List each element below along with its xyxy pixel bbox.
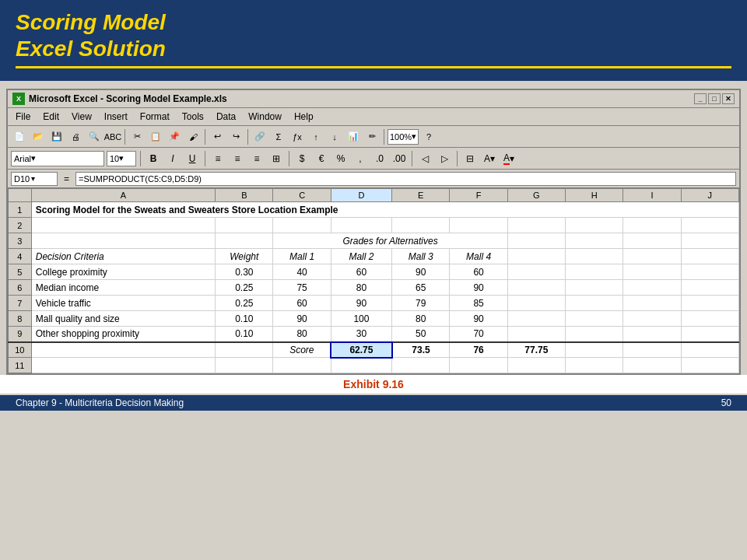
indent-increase-button[interactable]: ▷ xyxy=(436,150,453,167)
cell-D10-score[interactable]: 62.75 xyxy=(331,342,391,358)
cell-C3-grades[interactable]: Grades for Alternatives xyxy=(273,233,507,249)
cell-J8[interactable] xyxy=(681,311,738,327)
cell-D7[interactable]: 90 xyxy=(331,296,391,311)
cell-F9[interactable]: 70 xyxy=(450,327,507,342)
undo-button[interactable]: ↩ xyxy=(209,128,226,145)
cell-F6[interactable]: 90 xyxy=(450,280,507,296)
new-button[interactable]: 📄 xyxy=(11,128,28,145)
cell-C5[interactable]: 40 xyxy=(273,264,331,280)
paste-button[interactable]: 📌 xyxy=(166,128,183,145)
cell-F8[interactable]: 90 xyxy=(450,311,507,327)
cell-D5[interactable]: 60 xyxy=(331,264,391,280)
cell-C11[interactable] xyxy=(273,358,331,373)
cell-C7[interactable]: 60 xyxy=(273,296,331,311)
cell-I3[interactable] xyxy=(623,233,681,249)
cell-A10[interactable] xyxy=(31,342,215,358)
col-header-C[interactable]: C xyxy=(273,189,331,202)
cell-E6[interactable]: 65 xyxy=(392,280,450,296)
cell-J10[interactable] xyxy=(681,342,738,358)
menu-help[interactable]: Help xyxy=(289,110,318,124)
help-button[interactable]: ? xyxy=(420,128,437,145)
cell-D8[interactable]: 100 xyxy=(331,311,391,327)
cell-G3[interactable] xyxy=(507,233,565,249)
align-right-button[interactable]: ≡ xyxy=(248,150,265,167)
cell-C4[interactable]: Mall 1 xyxy=(273,249,331,264)
cell-H8[interactable] xyxy=(566,311,623,327)
minimize-button[interactable]: _ xyxy=(694,93,707,104)
cell-I8[interactable] xyxy=(623,311,681,327)
cell-H2[interactable] xyxy=(566,218,623,233)
cell-I5[interactable] xyxy=(623,264,681,280)
font-selector[interactable]: Arial▾ xyxy=(11,151,104,166)
cell-G2[interactable] xyxy=(507,218,565,233)
menu-format[interactable]: Format xyxy=(135,110,174,124)
cell-F7[interactable]: 85 xyxy=(450,296,507,311)
cell-I7[interactable] xyxy=(623,296,681,311)
cell-A2[interactable] xyxy=(31,218,215,233)
cell-A1[interactable]: Scoring Model for the Sweats and Sweater… xyxy=(31,202,738,218)
cell-E8[interactable]: 80 xyxy=(392,311,450,327)
cell-G9[interactable] xyxy=(507,327,565,342)
cell-J9[interactable] xyxy=(681,327,738,342)
cell-J11[interactable] xyxy=(681,358,738,373)
fill-color-button[interactable]: A▾ xyxy=(481,150,498,167)
draw-button[interactable]: ✏ xyxy=(363,128,381,145)
close-button[interactable]: ✕ xyxy=(722,93,735,104)
bold-button[interactable]: B xyxy=(145,150,162,167)
cell-B8[interactable]: 0.10 xyxy=(216,311,273,327)
cell-B5[interactable]: 0.30 xyxy=(216,264,273,280)
italic-button[interactable]: I xyxy=(164,150,181,167)
sort-desc-button[interactable]: ↓ xyxy=(326,128,343,145)
cell-A9[interactable]: Other shopping proximity xyxy=(31,327,215,342)
cell-J6[interactable] xyxy=(681,280,738,296)
menu-file[interactable]: File xyxy=(11,110,35,124)
menu-tools[interactable]: Tools xyxy=(177,110,209,124)
font-color-button[interactable]: A▾ xyxy=(500,150,517,167)
cell-B10[interactable] xyxy=(216,342,273,358)
autosum-button[interactable]: Σ xyxy=(270,128,287,145)
cell-G5[interactable] xyxy=(507,264,565,280)
cell-I4[interactable] xyxy=(623,249,681,264)
copy-button[interactable]: 📋 xyxy=(147,128,164,145)
cell-F10-score[interactable]: 76 xyxy=(450,342,507,358)
cell-reference-box[interactable]: D10 ▾ xyxy=(11,172,58,186)
currency-button[interactable]: $ xyxy=(293,150,310,167)
align-center-button[interactable]: ≡ xyxy=(229,150,246,167)
chart-button[interactable]: 📊 xyxy=(345,128,362,145)
cell-J4[interactable] xyxy=(681,249,738,264)
menu-data[interactable]: Data xyxy=(212,110,240,124)
cell-C9[interactable]: 80 xyxy=(273,327,331,342)
zoom-dropdown[interactable]: 100%▾ xyxy=(388,129,419,145)
cell-A5[interactable]: College proximity xyxy=(31,264,215,280)
cut-button[interactable]: ✂ xyxy=(128,128,146,145)
cell-J3[interactable] xyxy=(681,233,738,249)
menu-view[interactable]: View xyxy=(67,110,96,124)
cell-H5[interactable] xyxy=(566,264,623,280)
cell-G8[interactable] xyxy=(507,311,565,327)
cell-D2[interactable] xyxy=(331,218,391,233)
percent-button[interactable]: % xyxy=(332,150,349,167)
cell-E11[interactable] xyxy=(392,358,450,373)
open-button[interactable]: 📂 xyxy=(30,128,47,145)
print-preview-button[interactable]: 🔍 xyxy=(86,128,103,145)
cell-B7[interactable]: 0.25 xyxy=(216,296,273,311)
cell-C6[interactable]: 75 xyxy=(273,280,331,296)
cell-C8[interactable]: 90 xyxy=(273,311,331,327)
cell-B3[interactable] xyxy=(216,233,273,249)
cell-H7[interactable] xyxy=(566,296,623,311)
cell-H4[interactable] xyxy=(566,249,623,264)
maximize-button[interactable]: □ xyxy=(708,93,721,104)
comma-button[interactable]: , xyxy=(352,150,369,167)
cell-D6[interactable]: 80 xyxy=(331,280,391,296)
cell-B6[interactable]: 0.25 xyxy=(216,280,273,296)
cell-B11[interactable] xyxy=(216,358,273,373)
col-header-J[interactable]: J xyxy=(681,189,738,202)
decrease-decimal-button[interactable]: .00 xyxy=(391,150,408,167)
cell-A3[interactable] xyxy=(31,233,215,249)
hyperlink-button[interactable]: 🔗 xyxy=(251,128,268,145)
align-left-button[interactable]: ≡ xyxy=(209,150,226,167)
cell-I6[interactable] xyxy=(623,280,681,296)
merge-cells-button[interactable]: ⊞ xyxy=(268,150,285,167)
col-header-B[interactable]: B xyxy=(216,189,273,202)
cell-D11[interactable] xyxy=(331,358,391,373)
